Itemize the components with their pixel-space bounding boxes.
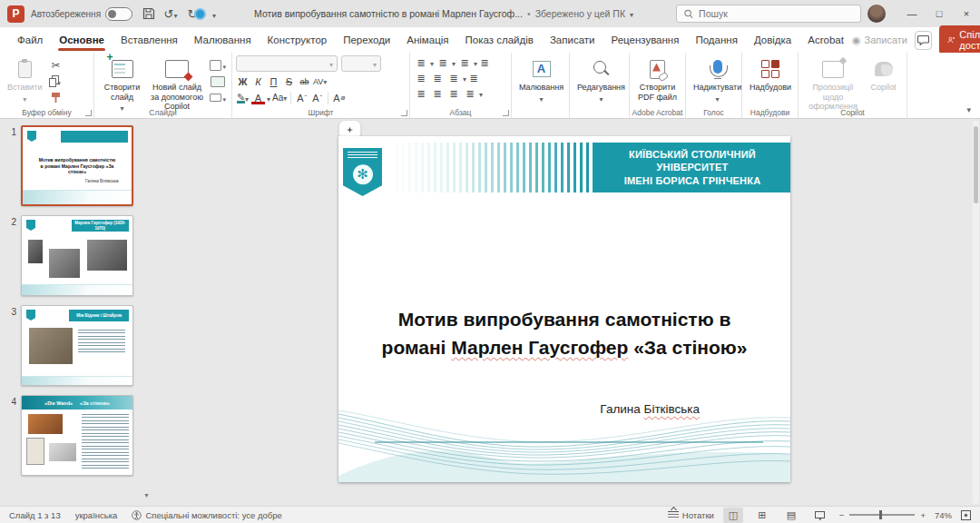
italic-button[interactable]: К xyxy=(251,74,265,88)
normal-view-button[interactable]: ◫ xyxy=(723,508,743,523)
numbering-caret-icon[interactable] xyxy=(452,57,456,68)
undo-caret-icon[interactable] xyxy=(174,7,178,21)
scrollbar-thumb[interactable] xyxy=(974,126,978,203)
numbering-button[interactable] xyxy=(436,56,450,69)
drawing-caret-icon[interactable] xyxy=(540,94,544,105)
slide-thumbnail-4[interactable]: «Die Wand» «За стіною» xyxy=(21,395,133,476)
spacing-caret-icon[interactable] xyxy=(323,77,327,86)
tab-draw[interactable]: Малювання xyxy=(186,29,260,52)
font-name-combo[interactable] xyxy=(236,55,338,72)
tab-file[interactable]: Файл xyxy=(9,29,51,52)
copy-button[interactable] xyxy=(48,74,64,88)
document-title[interactable]: Мотив випробування самотністю в романі М… xyxy=(254,8,633,19)
slide-indicator[interactable]: Слайд 1 з 13 xyxy=(9,510,61,520)
strikethrough-button[interactable]: S xyxy=(282,74,296,88)
customize-qat-caret-icon[interactable] xyxy=(204,4,224,24)
font-dialog-launcher[interactable] xyxy=(401,110,407,116)
paste-button[interactable]: Вставити xyxy=(4,55,46,106)
font-color-caret-icon[interactable] xyxy=(267,93,270,104)
increase-indent-button[interactable] xyxy=(430,72,445,84)
maximize-button[interactable]: □ xyxy=(926,0,953,27)
tab-insert[interactable]: Вставлення xyxy=(113,29,186,52)
comments-button[interactable] xyxy=(915,31,932,50)
slide-thumbnail-1[interactable]: Мотив випробування самотністю в романі М… xyxy=(21,125,133,206)
tab-view[interactable]: Подання xyxy=(687,29,745,52)
slide-layout-button[interactable] xyxy=(210,58,226,72)
title-dropdown-caret-icon[interactable] xyxy=(630,8,633,19)
zoom-in-button[interactable]: + xyxy=(920,510,926,520)
copilot-button[interactable]: Copilot xyxy=(864,55,903,94)
case-caret-icon[interactable] xyxy=(283,93,287,103)
zoom-out-button[interactable]: − xyxy=(839,510,845,520)
undo-icon[interactable]: ↺ xyxy=(161,4,181,24)
language-indicator[interactable]: українська xyxy=(75,510,118,520)
autosave-control[interactable]: Автозбереження xyxy=(31,7,132,21)
minimize-button[interactable]: — xyxy=(898,0,926,27)
shrink-font-button[interactable]: Аˇ xyxy=(310,91,324,104)
layout-caret-icon[interactable] xyxy=(222,60,226,71)
tab-home[interactable]: Основне xyxy=(51,29,113,52)
highlight-button[interactable] xyxy=(236,91,250,104)
reading-view-button[interactable]: ▤ xyxy=(781,508,801,523)
text-direction-button[interactable] xyxy=(468,72,479,84)
dictate-caret-icon[interactable] xyxy=(716,94,720,105)
copy-caret-icon[interactable] xyxy=(57,76,61,87)
clipboard-dialog-launcher[interactable] xyxy=(85,110,92,116)
font-name-caret-icon[interactable] xyxy=(329,58,333,69)
vertical-scrollbar[interactable] xyxy=(973,121,979,504)
clear-formatting-button[interactable]: A⌀ xyxy=(332,91,346,104)
redo-icon[interactable]: ↻ xyxy=(182,4,202,24)
change-case-button[interactable]: Aa xyxy=(272,91,287,104)
search-box[interactable] xyxy=(676,5,861,23)
grow-font-button[interactable]: Аˆ xyxy=(295,91,309,104)
section-caret-icon[interactable] xyxy=(222,93,226,104)
addins-button[interactable]: Надбудови xyxy=(746,55,795,94)
copilot-new-slide-button[interactable]: Новий слайд за допомогою Copilot xyxy=(146,55,208,113)
record-button[interactable]: Записати xyxy=(852,35,907,46)
font-size-combo[interactable] xyxy=(341,55,381,72)
align-right-button[interactable] xyxy=(446,87,461,100)
line-spacing-caret-icon[interactable] xyxy=(474,57,477,68)
search-input[interactable] xyxy=(699,8,853,19)
cut-button[interactable] xyxy=(48,58,64,72)
zoom-level[interactable]: 74% xyxy=(935,510,952,520)
powerpoint-app-icon[interactable]: P xyxy=(7,5,24,23)
create-pdf-button[interactable]: Створити PDF файл xyxy=(633,55,681,104)
reset-slide-button[interactable] xyxy=(210,74,226,88)
section-button[interactable] xyxy=(210,91,226,104)
saved-status[interactable]: Збережено у цей ПК xyxy=(535,8,625,19)
align-left-button[interactable] xyxy=(414,87,428,100)
bullets-button[interactable] xyxy=(414,56,428,69)
line-spacing-button[interactable] xyxy=(457,56,472,69)
tab-record[interactable]: Записати xyxy=(542,29,603,52)
bold-button[interactable]: Ж xyxy=(236,74,250,88)
format-painter-button[interactable] xyxy=(48,91,64,104)
tab-transitions[interactable]: Переходи xyxy=(335,29,398,52)
close-button[interactable]: × xyxy=(953,0,980,27)
tab-help[interactable]: Довідка xyxy=(746,29,799,52)
new-slide-button[interactable]: Створити слайд xyxy=(98,55,146,116)
character-spacing-button[interactable]: AV xyxy=(313,74,327,88)
save-icon[interactable] xyxy=(139,4,159,24)
sort-text-button[interactable] xyxy=(479,56,490,69)
tab-review[interactable]: Рецензування xyxy=(603,29,687,52)
thumbnail-scroll-down-icon[interactable]: ▼ xyxy=(143,492,150,498)
underline-button[interactable]: П xyxy=(267,74,280,88)
tab-acrobat[interactable]: Acrobat xyxy=(799,29,852,52)
tab-design[interactable]: Конструктор xyxy=(260,29,336,52)
slide-title[interactable]: Мотив випробування самотністю в романі М… xyxy=(366,305,763,361)
accessibility-status[interactable]: Спеціальні можливості: усе добре xyxy=(132,510,281,520)
justify-button[interactable] xyxy=(463,87,477,100)
text-shadow-button[interactable]: ab xyxy=(298,74,311,88)
tab-animations[interactable]: Анімація xyxy=(398,29,456,52)
slideshow-view-button[interactable] xyxy=(810,508,830,523)
align-center-button[interactable] xyxy=(430,87,445,100)
slide-sorter-view-button[interactable]: ⊞ xyxy=(752,508,772,523)
columns-caret-icon[interactable] xyxy=(463,73,466,84)
drawing-button[interactable]: A Малювання xyxy=(515,55,567,106)
designer-button[interactable]: Пропозиції щодо оформлення xyxy=(802,55,864,113)
editing-button[interactable]: Редагування xyxy=(573,55,629,106)
share-button[interactable]: Спільний доступ xyxy=(939,25,980,54)
zoom-slider-thumb[interactable] xyxy=(879,510,883,519)
user-avatar[interactable] xyxy=(867,5,886,23)
